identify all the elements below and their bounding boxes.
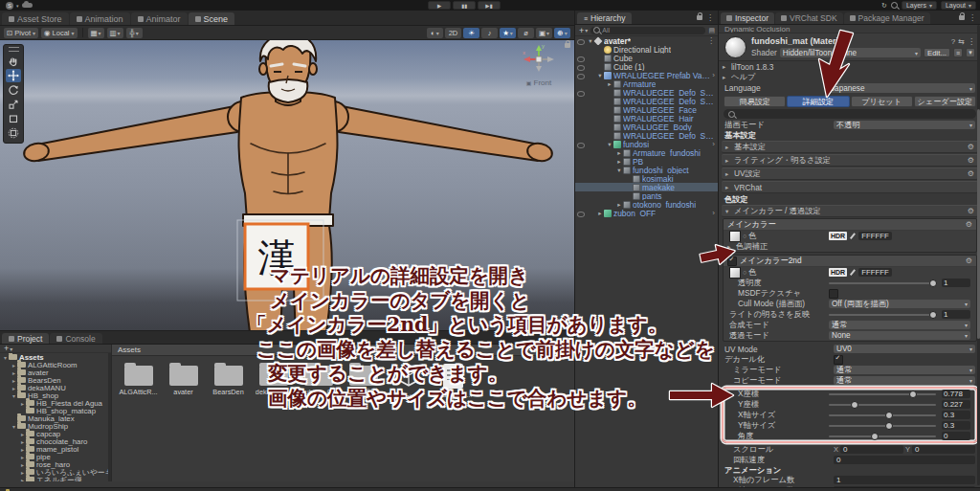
hierarchy-row-wraluegee-prefab-variant[interactable]: ▾WRALUEGEE Prefab Variant›	[575, 71, 719, 79]
expand-arrow-icon[interactable]: ▸	[11, 385, 17, 391]
liltoon-version-foldout[interactable]: ▸ lilToon 1.8.3	[719, 61, 980, 72]
inspector-tab-package-manager[interactable]: Package Manager	[844, 12, 930, 24]
expand-arrow-icon[interactable]: ▸	[19, 446, 26, 453]
y-value-field[interactable]: 0	[912, 445, 975, 454]
rect-tool-button[interactable]	[6, 112, 21, 125]
hierarchy-row-wraluegee-defo-shoes[interactable]: WRALUEGEE_Defo_Shoes	[575, 131, 719, 140]
hand-tool-button[interactable]	[6, 55, 21, 68]
maekake-apron[interactable]: 漢	[245, 224, 308, 289]
slider-value-field[interactable]: 0.778	[942, 390, 970, 398]
slider-value-field[interactable]: 0.3	[942, 421, 970, 430]
slider-knob[interactable]	[885, 422, 893, 430]
hierarchy-row-otokono-fundoshi[interactable]: ▸otokono_fundoshi	[575, 200, 719, 209]
expand-arrow-icon[interactable]: ▸	[19, 461, 26, 468]
slider-track[interactable]	[829, 425, 936, 427]
move-tool-button[interactable]	[6, 69, 21, 82]
prefab-open-arrow-icon[interactable]: ›	[710, 71, 715, 79]
x-value-field[interactable]: 0	[840, 445, 903, 454]
gear-icon[interactable]: ⚙	[968, 169, 974, 178]
history-icon[interactable]: ↻	[881, 2, 887, 10]
hierarchy-row-wraluegee-defo-slacks[interactable]: WRALUEGEE_Defo_Slacks	[575, 97, 719, 105]
slider-value-field[interactable]: 0.227	[942, 400, 970, 409]
prefab-open-arrow-icon[interactable]: ›	[710, 209, 715, 217]
layers-dropdown[interactable]: Layers▾	[902, 1, 937, 10]
texture-slot-circle-icon[interactable]: ○	[743, 233, 746, 239]
shading-mode-dropdown[interactable]: ◐▾	[427, 28, 443, 38]
hierarchy-row-fundosi[interactable]: ▾fundosi›	[575, 140, 719, 148]
foldout-item[interactable]: ▸ライティング・明るさ設定⚙	[722, 154, 978, 167]
increment-snap-dropdown[interactable]: ▥▾	[107, 28, 123, 38]
kebab-menu-icon[interactable]: ⋮	[706, 13, 714, 22]
shader-menu-button[interactable]: ≡	[953, 48, 963, 57]
expand-arrow-icon[interactable]: ▸	[19, 477, 26, 482]
visibility-toggle-icon[interactable]	[577, 65, 585, 71]
transform-tool-button[interactable]	[6, 126, 21, 140]
rotate-tool-button[interactable]	[6, 83, 21, 97]
setting-dropdown[interactable]: 通常	[834, 366, 975, 374]
expand-arrow-icon[interactable]: ▸	[606, 80, 613, 88]
foldout-uv[interactable]: ▸UV設定⚙	[722, 167, 978, 180]
kebab-menu-icon[interactable]: ⋮	[969, 13, 976, 22]
scene-audio-toggle[interactable]: ♪	[481, 28, 498, 38]
scale-tool-button[interactable]	[6, 98, 21, 111]
expand-arrow-icon[interactable]: ▸	[19, 454, 26, 460]
shader-dropdown[interactable]: Hidden/lilToonOutline	[780, 48, 921, 57]
scene-tab-animator[interactable]: Animator	[131, 12, 188, 25]
hdr-badge[interactable]: HDR	[829, 268, 847, 277]
slider-track[interactable]	[829, 314, 936, 316]
shader-edit-button[interactable]: Edit...	[924, 48, 950, 57]
mode-button-item[interactable]: 詳細設定	[787, 96, 849, 107]
hierarchy-row-armature[interactable]: ▸Armature	[575, 79, 719, 88]
project-item-item[interactable]: 撮影背景	[342, 361, 385, 401]
slider-value-field[interactable]: 1	[942, 279, 970, 287]
toolstrip-drag-handle[interactable]	[9, 47, 19, 52]
texture-slot-circle-icon[interactable]: ○	[743, 269, 746, 276]
gear-icon[interactable]: ⚙	[968, 207, 974, 215]
hierarchy-row-armature-fundoshi[interactable]: ▸Armature_fundoshi	[575, 148, 719, 157]
gear-icon[interactable]: ⚙	[966, 220, 972, 229]
character-model[interactable]: 漢	[0, 40, 574, 332]
eyedropper-icon[interactable]	[849, 268, 857, 277]
hierarchy-row-pants[interactable]: pants	[575, 191, 719, 200]
setting-checkbox[interactable]	[834, 355, 843, 365]
hierarchy-search-input[interactable]: All	[590, 27, 705, 34]
project-tab-project[interactable]: Project	[2, 333, 49, 344]
slider-track[interactable]	[829, 393, 936, 395]
axis-gizmo-icon[interactable]: y x	[518, 42, 560, 77]
shader-caret-button[interactable]: ▾	[966, 48, 975, 57]
foldout-item[interactable]: ▸基本設定⚙	[722, 141, 978, 153]
slider-track[interactable]	[829, 414, 936, 416]
hierarchy-row-wraluegee-defo-shirt[interactable]: WRALUEGEE_Defo_Shirt	[575, 88, 719, 97]
layout-dropdown[interactable]: Layout▾	[941, 1, 976, 10]
hierarchy-row-kosimaki[interactable]: kosimaki	[575, 174, 719, 183]
setting-dropdown[interactable]: UV0	[834, 345, 975, 353]
project-tree-scrollbar[interactable]	[108, 353, 111, 481]
hidden-objects-toggle[interactable]: ø	[518, 28, 534, 38]
mode-button-item[interactable]: シェーダー設定	[914, 96, 976, 107]
hdr-badge[interactable]: HDR	[829, 232, 847, 240]
presets-icon[interactable]: ⇆	[958, 37, 965, 46]
foldout-item[interactable]: ▾メインカラー / 透過設定⚙	[722, 205, 978, 217]
vertex-snap-dropdown[interactable]: ╬▾	[126, 28, 143, 38]
visibility-toggle-icon[interactable]	[577, 143, 585, 148]
gear-icon[interactable]: ⚙	[968, 143, 974, 151]
hierarchy-row-avater[interactable]: ▾avater*⋮	[575, 36, 719, 45]
grid-snap-dropdown[interactable]: ▦▾	[88, 28, 104, 38]
setting-value-field[interactable]: 0	[834, 456, 975, 464]
project-tab-console[interactable]: Console	[50, 333, 101, 344]
project-tree-row-mame-pistol[interactable]: ▸mame_pistol	[0, 445, 111, 453]
setting-dropdown[interactable]: 通常	[834, 376, 975, 385]
account-dropdown-caret-icon[interactable]: ▾	[16, 3, 19, 9]
slider-value-field[interactable]: 0	[942, 432, 970, 440]
expand-arrow-icon[interactable]: ▾	[606, 141, 613, 148]
hierarchy-row-pb[interactable]: ▸PB	[575, 157, 719, 166]
project-item-avater[interactable]: avater	[162, 361, 205, 401]
expand-arrow-icon[interactable]: ▸	[596, 210, 604, 217]
slider-track[interactable]	[829, 404, 936, 406]
project-item-algatticr[interactable]: ALGAtticR...	[117, 361, 160, 401]
lock-icon[interactable]	[697, 15, 702, 20]
slider-track[interactable]	[829, 435, 936, 437]
project-item-yubiwa-02[interactable]: yubiwa_02	[297, 361, 340, 401]
visibility-toggle-icon[interactable]	[577, 91, 585, 97]
texture-slot-thumbnail[interactable]	[729, 267, 741, 279]
